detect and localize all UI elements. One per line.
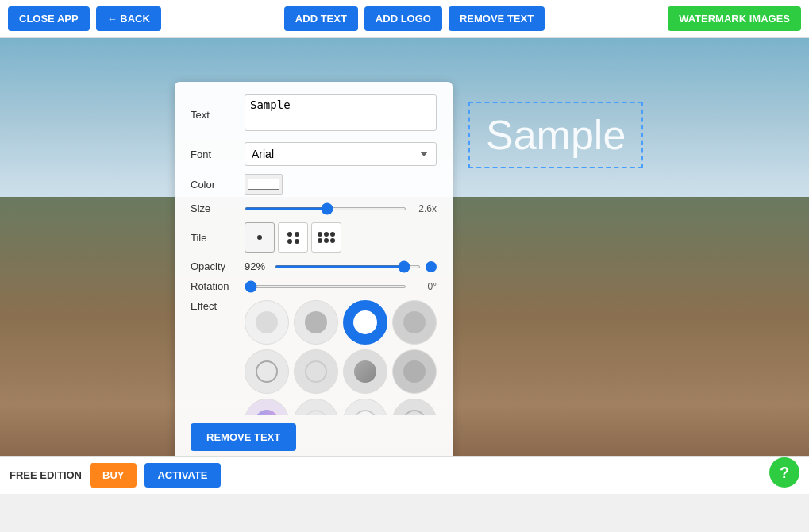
effect-none-inner xyxy=(256,311,278,333)
text-label: Text xyxy=(191,109,245,121)
add-text-button[interactable]: ADD TEXT xyxy=(284,6,358,31)
remove-text-button[interactable]: REMOVE TEXT xyxy=(191,423,296,451)
font-content: Arial Times New Roman Helvetica Georgia … xyxy=(245,142,437,166)
effect-content xyxy=(245,300,440,415)
font-select[interactable]: Arial Times New Roman Helvetica Georgia … xyxy=(245,142,437,166)
size-value: 2.6x xyxy=(413,203,437,214)
rotation-slider[interactable] xyxy=(245,285,406,288)
td9 xyxy=(324,238,329,243)
free-edition-label: FREE EDITION xyxy=(10,469,82,481)
effect-4[interactable] xyxy=(392,300,437,345)
text-content: Sample xyxy=(245,94,437,134)
effect-5[interactable] xyxy=(245,349,289,394)
tile-options xyxy=(245,222,437,253)
opacity-row: Opacity 92% xyxy=(191,260,437,272)
watermark-images-button[interactable]: WATERMARK IMAGES xyxy=(668,6,801,31)
tile-single[interactable] xyxy=(245,222,275,253)
main-area: Sample Text Sample Font Arial Times New … xyxy=(0,38,809,494)
effect-9[interactable] xyxy=(245,399,289,415)
tile-grid-4[interactable] xyxy=(278,222,308,253)
td3 xyxy=(287,239,292,244)
toolbar: CLOSE APP ← BACK ADD TEXT ADD LOGO REMOV… xyxy=(0,0,809,38)
td7 xyxy=(330,232,335,237)
tile-row: Tile xyxy=(191,222,437,253)
effect-7-inner xyxy=(354,360,376,383)
font-label: Font xyxy=(191,148,245,160)
color-content xyxy=(245,174,437,195)
size-slider[interactable] xyxy=(245,207,406,210)
tile-dots-9 xyxy=(318,232,335,243)
color-row: Color xyxy=(191,174,437,195)
rotation-value: 0° xyxy=(413,281,437,292)
effect-8[interactable] xyxy=(392,349,437,394)
text-row: Text Sample xyxy=(191,94,437,134)
effect-11[interactable] xyxy=(343,399,387,415)
td2 xyxy=(295,232,299,237)
tile-dots-4 xyxy=(287,232,299,244)
opacity-value-label: 92% xyxy=(245,260,270,272)
effect-label: Effect xyxy=(191,300,245,312)
close-app-button[interactable]: CLOSE APP xyxy=(8,6,90,31)
back-button[interactable]: ← BACK xyxy=(96,6,161,31)
watermark-preview[interactable]: Sample xyxy=(468,102,643,168)
effect-shadow-inner xyxy=(305,311,327,333)
rotation-content: 0° xyxy=(245,281,437,292)
td5 xyxy=(318,232,322,237)
opacity-label: Opacity xyxy=(191,260,245,272)
effect-10[interactable] xyxy=(294,399,338,415)
size-row: Size 2.6x xyxy=(191,202,437,214)
activate-button[interactable]: ACTIVATE xyxy=(144,463,220,488)
size-slider-container: 2.6x xyxy=(245,203,437,214)
tile-grid-9[interactable] xyxy=(311,222,341,253)
bottom-bar: FREE EDITION BUY ACTIVATE xyxy=(0,456,809,494)
effect-6[interactable] xyxy=(294,349,338,394)
effect-9-inner xyxy=(256,410,278,415)
effect-shadow[interactable] xyxy=(294,300,338,345)
color-label: Color xyxy=(191,179,245,191)
effect-row: Effect xyxy=(191,300,437,415)
watermark-text: Sample xyxy=(486,112,626,158)
effect-5-inner xyxy=(256,360,278,383)
td4 xyxy=(295,239,299,244)
remove-text-toolbar-button[interactable]: REMOVE TEXT xyxy=(449,6,545,31)
size-label: Size xyxy=(191,202,245,214)
effect-8-inner xyxy=(403,360,426,383)
tile-content xyxy=(245,222,437,253)
tile-dot-single xyxy=(257,235,262,240)
font-row: Font Arial Times New Roman Helvetica Geo… xyxy=(191,142,437,166)
effect-container xyxy=(245,300,440,415)
effect-12[interactable] xyxy=(392,399,437,415)
effect-selected[interactable] xyxy=(343,300,387,345)
color-picker[interactable] xyxy=(245,174,283,195)
effect-6-inner xyxy=(305,360,327,383)
text-input[interactable]: Sample xyxy=(245,94,437,131)
td1 xyxy=(287,232,292,237)
td6 xyxy=(324,232,329,237)
effect-none[interactable] xyxy=(245,300,289,345)
effect-11-inner xyxy=(354,410,376,415)
effect-7[interactable] xyxy=(343,349,387,394)
opacity-content: 92% xyxy=(245,260,437,272)
rotation-label: Rotation xyxy=(191,280,245,292)
control-panel: Text Sample Font Arial Times New Roman H… xyxy=(175,82,453,464)
buy-button[interactable]: BUY xyxy=(90,463,137,488)
opacity-slider[interactable] xyxy=(275,265,421,268)
effect-selected-inner xyxy=(353,310,377,334)
opacity-indicator xyxy=(426,261,437,272)
tile-label: Tile xyxy=(191,232,245,244)
add-logo-button[interactable]: ADD LOGO xyxy=(364,6,442,31)
td10 xyxy=(330,238,335,243)
rotation-row: Rotation 0° xyxy=(191,280,437,292)
help-button[interactable]: ? xyxy=(769,457,799,488)
effect-4-inner xyxy=(403,311,426,333)
effect-12-inner xyxy=(403,410,426,415)
td8 xyxy=(318,238,322,243)
effect-10-inner xyxy=(305,410,327,415)
effect-grid xyxy=(245,300,440,415)
